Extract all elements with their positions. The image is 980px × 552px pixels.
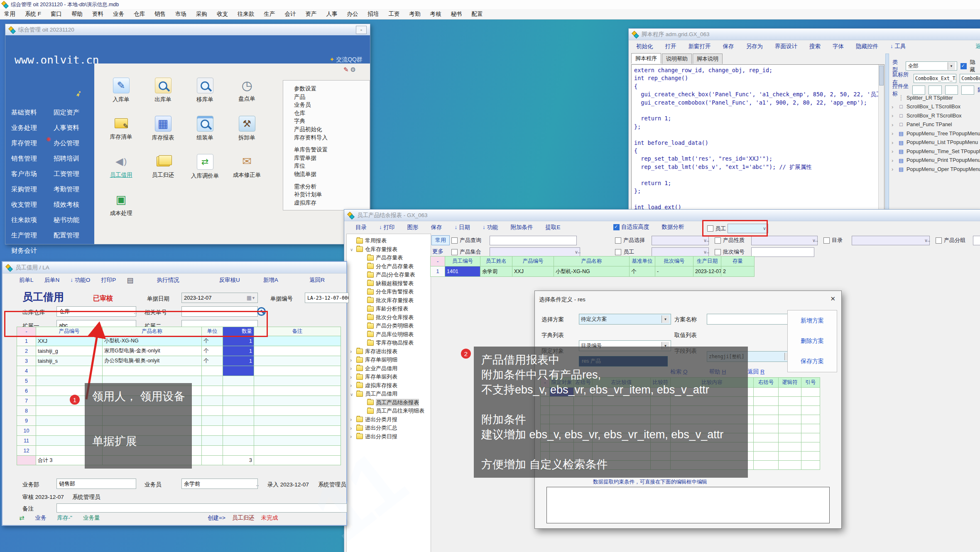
sidebar-item[interactable]: 库存管理 [11, 136, 37, 151]
table-cell[interactable] [801, 461, 820, 470]
table-cell[interactable] [202, 386, 223, 396]
script-window-titlebar[interactable]: 脚本程序 adm.grid.GX_063 [629, 29, 980, 40]
table-cell[interactable] [223, 426, 254, 436]
close-icon[interactable]: ▫ [356, 26, 367, 34]
toolbar-item[interactable]: 界面设计 [775, 43, 797, 50]
menu-item[interactable]: 资产 [306, 10, 317, 18]
sidebar-item[interactable]: 人事资料 [54, 120, 79, 136]
table-cell[interactable]: 3 [17, 356, 36, 366]
table-cell[interactable]: 小型机-XG-NG [554, 266, 630, 277]
table-cell[interactable] [103, 366, 202, 376]
report-tree-item[interactable]: 进出分类月报 [347, 415, 431, 424]
report-tree-item[interactable]: 产品分类明细表 [347, 322, 431, 330]
tools-menu[interactable]: ↓ 工具 [890, 43, 906, 50]
menu-item[interactable]: 人事 [326, 10, 338, 18]
menu-item[interactable]: 考勤 [409, 10, 421, 18]
prev-doc-button[interactable]: 前单L [19, 276, 34, 284]
sidebar-item[interactable]: 绩效考核 [54, 197, 79, 212]
report-tree-item[interactable]: 进出分类汇总 [347, 424, 431, 432]
report-tree-item[interactable]: 产品库位明细表 [347, 330, 431, 339]
table-cell[interactable] [779, 442, 801, 452]
filter-tool-icon[interactable]: ⚙ [350, 66, 356, 73]
catalog-filter[interactable]: 目录 [823, 237, 843, 244]
table-cell[interactable]: 个 [202, 336, 223, 346]
employee-checkbox[interactable] [707, 225, 713, 232]
menu-item[interactable]: 窗口 [51, 10, 62, 18]
sidebar-item[interactable]: 生产管理 [11, 228, 37, 243]
toolbar-item[interactable]: 目录 [355, 224, 367, 231]
product-query-input[interactable] [490, 236, 577, 245]
table-cell[interactable]: - [655, 266, 693, 277]
table-cell[interactable] [254, 436, 341, 446]
menu-item[interactable]: 采购 [196, 10, 207, 18]
doc-no-field[interactable]: LA-23-12-07-000 [305, 293, 349, 303]
table-cell[interactable] [754, 452, 779, 461]
table-cell[interactable] [202, 406, 223, 416]
report-tree-item[interactable]: 批次分仓库报表 [347, 313, 431, 322]
table-cell[interactable] [754, 461, 779, 470]
autofit-checkbox[interactable] [613, 224, 620, 230]
table-cell[interactable]: 1 [223, 336, 254, 346]
sidebar-item[interactable]: 基础资料 [11, 105, 37, 120]
employee-row-filter[interactable]: 员工 [615, 248, 634, 256]
table-cell[interactable] [223, 406, 254, 416]
table-cell[interactable]: 家用G型电脑-金奥-onlyit [103, 346, 202, 356]
sidebar-item[interactable]: 办公管理 [54, 136, 79, 151]
dots[interactable]: .. [927, 237, 930, 243]
plan-button[interactable]: 新增方案 [801, 317, 824, 325]
plan-name-input[interactable] [707, 314, 793, 325]
batch-no-input[interactable] [751, 247, 814, 257]
toolbar-item[interactable]: 图形 [407, 224, 419, 231]
table-cell[interactable] [754, 415, 779, 424]
table-cell[interactable] [223, 376, 254, 386]
menu-item[interactable]: 帮助 [71, 10, 83, 18]
qq-group-link[interactable]: ✦ 交流QQ群 [330, 56, 363, 64]
table-cell[interactable] [801, 415, 820, 424]
table-cell[interactable] [223, 396, 254, 406]
product-nature-dropdown[interactable] [751, 236, 818, 245]
table-cell[interactable]: 5 [17, 376, 36, 386]
report-tree-item[interactable]: 零库存物品报表 [347, 339, 431, 347]
menu-item[interactable]: 往来款 [238, 10, 255, 18]
table-cell[interactable] [223, 386, 254, 396]
type-select[interactable]: 全部▼ [906, 61, 957, 71]
toolbar-item[interactable]: 隐藏控件 [856, 43, 878, 50]
table-cell[interactable] [202, 416, 223, 426]
note-field[interactable] [56, 503, 347, 513]
next-doc-button[interactable]: 后单N [44, 276, 60, 284]
dots[interactable]: .. [134, 309, 137, 315]
shortcut[interactable]: 拆卸单 [226, 114, 268, 152]
dots[interactable]: .. [706, 237, 709, 243]
dialog-link[interactable]: 返回R [747, 368, 764, 376]
control-tree-item[interactable]: ScrollBox_L TScrollBox [892, 103, 980, 112]
quick-menu-item[interactable]: 需求分析 [294, 183, 370, 191]
control-tree-item[interactable]: PopupMenu_List TPopupMenu [892, 138, 980, 147]
menu-item[interactable]: 常用 [4, 10, 15, 18]
table-cell[interactable] [223, 446, 254, 456]
table-cell[interactable] [779, 461, 801, 470]
borrow-window-titlebar[interactable]: 员工借用 / LA [2, 262, 346, 274]
table-cell[interactable] [36, 366, 103, 376]
quick-menu-item[interactable]: 库管单据 [294, 154, 370, 162]
dept-field[interactable]: 销售部 [56, 479, 136, 489]
table-cell[interactable] [202, 396, 223, 406]
sidebar-item[interactable]: 业务处理 [11, 120, 37, 136]
toolbar-item[interactable]: 打印 [379, 224, 395, 231]
table-cell[interactable] [779, 388, 801, 397]
report-tree-item[interactable]: 分仓库告警报表 [347, 288, 431, 296]
quick-menu-item[interactable]: 单库告警设置 [294, 146, 370, 154]
table-cell[interactable]: 6 [17, 386, 36, 396]
control-tree-item[interactable]: ScrollBox_R TScrollBox [892, 111, 980, 120]
back-button[interactable]: 返回R [309, 276, 363, 284]
table-cell[interactable]: 小型机-XG-NG [103, 336, 202, 346]
dots[interactable]: .. [256, 481, 259, 487]
back-button[interactable]: 返回 [975, 43, 980, 50]
table-cell[interactable]: 7 [17, 396, 36, 406]
menu-item[interactable]: 仓库 [134, 10, 145, 18]
create-target-link[interactable]: 员工归还 [232, 514, 255, 522]
product-group-filter[interactable]: 产品分组 [936, 237, 965, 244]
table-cell[interactable] [202, 446, 223, 456]
table-cell[interactable] [223, 366, 254, 376]
shortcut[interactable]: 移库单 [184, 76, 226, 114]
report-tree-item[interactable]: 库存单据明细 [347, 356, 431, 364]
